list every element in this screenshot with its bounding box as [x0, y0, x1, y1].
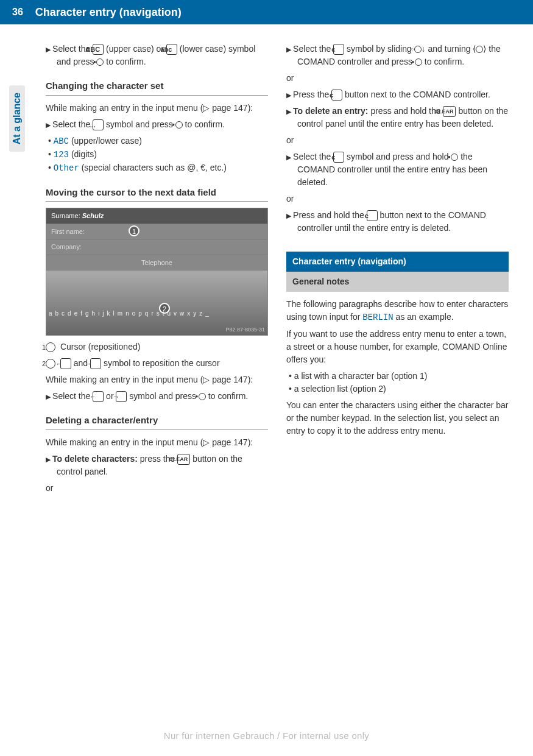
text: symbol and press	[129, 391, 199, 401]
turn-icon: ○	[476, 46, 483, 53]
keyboard-row: abcdefghijklmnopqrstuvwxyz_	[49, 309, 212, 318]
page-number: 36	[12, 7, 23, 18]
right-arrow-key: →	[116, 391, 127, 402]
code: BERLIN	[362, 313, 393, 322]
left-arrow-key: ←	[93, 391, 104, 402]
callout-1: 1	[129, 225, 139, 236]
text: Select the	[52, 119, 93, 129]
clear-key: CLEAR	[177, 454, 190, 465]
list-item: a selection list (option 2)	[289, 383, 509, 395]
bold-text: To delete an entry:	[293, 106, 368, 116]
code: ABC	[54, 136, 69, 146]
text: and turning	[428, 44, 473, 54]
r-step3: To delete an entry: press and hold the C…	[286, 105, 509, 130]
side-tab: At a glance	[9, 85, 25, 152]
text: (upper/lower case)	[69, 136, 142, 146]
text: Press the	[293, 90, 331, 99]
text: Press and hold the	[293, 210, 367, 220]
bold-text: To delete characters:	[52, 454, 138, 464]
c-key: c	[367, 210, 378, 221]
delete-step: To delete characters: press the CLEAR bu…	[46, 453, 268, 478]
r-step4: Select the c symbol and press and hold ●…	[286, 150, 509, 189]
press-icon: ●	[451, 154, 458, 161]
press-icon: ●	[96, 58, 104, 66]
slide-icon: ○	[414, 46, 422, 53]
press-icon: ●	[415, 58, 422, 66]
screenshot-image: Surname: Schulz First name: Company: Tel…	[46, 208, 268, 336]
charset-step: Select the ... symbol and press ● to con…	[46, 118, 268, 131]
text: to confirm.	[425, 57, 464, 66]
image-caption: P82.87-8035-31	[225, 326, 265, 334]
text: as an example.	[394, 312, 454, 322]
section-box-nav: Character entry (navigation)	[286, 252, 509, 272]
or-text: or	[286, 134, 509, 147]
abc-lower-key: abc	[166, 44, 177, 55]
legend-2: 2 ← and → symbol to reposition the curso…	[46, 357, 268, 370]
general-p1: The following paragraphs describe how to…	[286, 298, 509, 324]
ellipsis-key: ...	[93, 119, 104, 130]
list-item: ABC (upper/lower case)	[48, 135, 268, 148]
text: button next to the COMAND controller.	[345, 90, 490, 99]
or-text: or	[286, 193, 509, 205]
general-p3: You can enter the characters using eithe…	[286, 399, 509, 437]
text: symbol to reposition the cursor	[104, 358, 220, 368]
intro-step: Select the ABC (upper case) or abc (lowe…	[46, 43, 268, 68]
r-step1: Select the c symbol by sliding ○↓ and tu…	[286, 43, 509, 68]
content-columns: Select the ABC (upper case) or abc (lowe…	[0, 43, 533, 498]
right-arrow-key: →	[90, 358, 101, 369]
left-column: Select the ABC (upper case) or abc (lowe…	[46, 43, 268, 498]
text: press and hold the	[370, 106, 443, 116]
text: symbol by sliding	[347, 44, 414, 54]
text: (special characters such as @, €, etc.)	[79, 163, 227, 172]
r-step2: Press the c button next to the COMAND co…	[286, 88, 509, 101]
img-row-surname: Surname: Schulz	[46, 208, 267, 224]
r-step5: Press and hold the c button next to the …	[286, 209, 509, 235]
text: to confirm.	[185, 119, 225, 129]
value: Schulz	[82, 212, 104, 219]
code: 123	[54, 150, 69, 160]
text: symbol and press	[106, 119, 175, 129]
text: symbol and press and hold	[347, 152, 451, 161]
text: Cursor (repositioned)	[60, 342, 141, 352]
clear-key: CLEAR	[443, 106, 456, 117]
heading-charset: Changing the character set	[46, 79, 268, 96]
heading-cursor: Moving the cursor to the next data field	[46, 186, 268, 202]
cursor-step: Select the ← or → symbol and press ● to …	[46, 390, 268, 403]
text: to confirm.	[106, 57, 146, 66]
or-text: or	[46, 482, 268, 495]
img-row-firstname: First name:	[46, 224, 267, 240]
list-item: Other (special characters such as @, €, …	[48, 161, 268, 175]
img-row-company: Company:	[46, 239, 267, 255]
cursor-intro: While making an entry in the input menu …	[46, 373, 268, 386]
or-text: or	[286, 72, 509, 85]
right-column: Select the c symbol by sliding ○↓ and tu…	[286, 43, 509, 498]
label: Surname:	[51, 212, 80, 219]
legend-1: 1 Cursor (repositioned)	[46, 341, 268, 353]
charset-list: ABC (upper/lower case) 123 (digits) Othe…	[46, 135, 268, 175]
text: (upper case) or	[106, 44, 166, 54]
c-key: c	[333, 152, 344, 163]
circle-1: 1	[46, 342, 55, 352]
heading-delete: Deleting a character/entry	[46, 414, 268, 430]
img-row-telephone: Telephone	[46, 255, 267, 271]
press-icon: ●	[199, 393, 206, 400]
left-arrow-key: ←	[60, 358, 71, 369]
footer-watermark: Nur für internen Gebrauch / For internal…	[0, 730, 533, 741]
press-icon: ●	[175, 121, 183, 129]
circle-2: 2	[46, 359, 55, 369]
delete-intro: While making an entry in the input menu …	[46, 436, 268, 449]
c-key: c	[331, 90, 342, 101]
list-item: a list with a character bar (option 1)	[289, 370, 509, 383]
text: Select the	[52, 391, 93, 401]
options-list: a list with a character bar (option 1) a…	[286, 370, 509, 395]
text: to confirm.	[208, 391, 248, 401]
text: (digits)	[69, 149, 97, 159]
page-title: Character entry (navigation)	[35, 6, 182, 19]
subsection-box-general: General notes	[286, 272, 509, 292]
code: Other	[54, 163, 79, 173]
general-p2: If you want to use the address entry men…	[286, 328, 509, 366]
abc-upper-key: ABC	[93, 44, 104, 55]
list-item: 123 (digits)	[48, 148, 268, 161]
charset-intro: While making an entry in the input menu …	[46, 102, 268, 115]
text: Select the	[293, 152, 333, 161]
